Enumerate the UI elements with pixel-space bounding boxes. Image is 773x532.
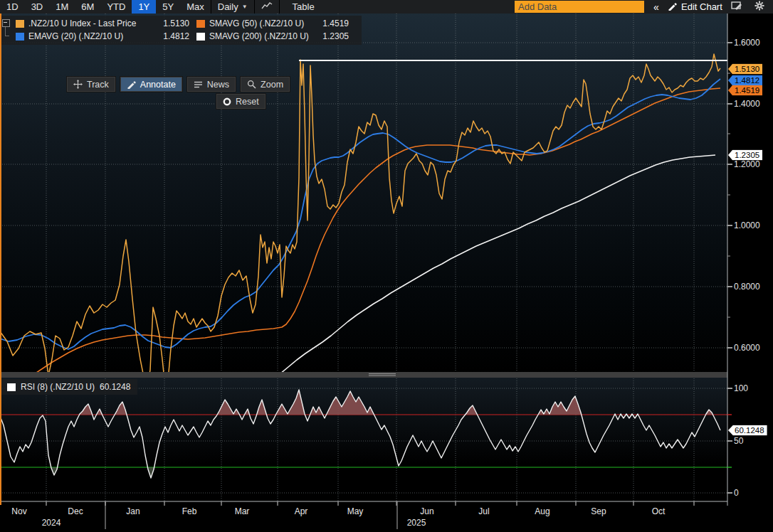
- series-value: 60.1248: [100, 382, 130, 392]
- series-swatch: [196, 20, 205, 28]
- annotate-icon: [127, 80, 136, 89]
- price-panel-legend: .NZ2/10 U Index - Last Price1.5130SMAVG …: [1, 16, 362, 45]
- edit-chart-button[interactable]: Edit Chart: [668, 0, 722, 14]
- range-button-3d[interactable]: 3D: [25, 0, 50, 14]
- gear-icon: [754, 1, 764, 14]
- year-axis-label: 2024: [42, 518, 61, 528]
- news-label: News: [207, 80, 229, 90]
- news-button[interactable]: News: [186, 76, 236, 92]
- table-button[interactable]: Table: [280, 0, 327, 14]
- legend-item[interactable]: .NZ2/10 U Index - Last Price1.5130: [16, 17, 196, 30]
- month-axis-label: May: [347, 506, 364, 516]
- month-axis-label: Feb: [182, 506, 197, 516]
- track-button[interactable]: Track: [66, 76, 116, 92]
- chart-settings-button[interactable]: [750, 0, 769, 14]
- month-axis-label: Sep: [591, 506, 606, 516]
- frequency-label: Daily: [218, 1, 238, 12]
- range-button-max[interactable]: Max: [180, 0, 211, 14]
- table-button-label: Table: [293, 1, 315, 12]
- range-button-ytd[interactable]: YTD: [100, 0, 132, 14]
- series-label: RSI (8) (.NZ2/10 U): [21, 382, 95, 392]
- price-panel-background: [0, 14, 727, 372]
- rsi-axis-label: 50: [734, 436, 743, 446]
- month-axis-label: Jan: [126, 506, 140, 516]
- price-axis-label: 1.6000: [734, 38, 760, 48]
- line-chart-icon: [261, 1, 273, 12]
- price-axis-label: 0.8000: [734, 282, 760, 292]
- month-axis-label: Nov: [11, 506, 26, 516]
- legend-item[interactable]: SMAVG (200) (.NZ2/10 U)1.2305: [196, 30, 356, 43]
- series-value: 1.2305: [322, 31, 356, 41]
- price-axis-label: 1.2000: [734, 159, 760, 169]
- month-axis-label: Jun: [420, 506, 433, 516]
- month-axis-label: Jul: [478, 506, 489, 516]
- series-label: .NZ2/10 U Index - Last Price: [28, 18, 136, 28]
- annotation-toolbar: TrackAnnotateNewsZoom: [66, 76, 290, 92]
- annotate-label: Annotate: [140, 80, 176, 90]
- series-swatch: [196, 33, 205, 41]
- series-label: SMAVG (200) (.NZ2/10 U): [209, 31, 309, 41]
- reset-button[interactable]: Reset: [216, 93, 266, 110]
- reset-icon: [223, 97, 231, 106]
- price-tag-badge: 1.2305: [728, 150, 762, 161]
- range-button-1y[interactable]: 1Y: [132, 0, 156, 14]
- range-button-6m[interactable]: 6M: [75, 0, 100, 14]
- range-button-1m[interactable]: 1M: [49, 0, 75, 14]
- month-axis-label: Oct: [652, 506, 666, 516]
- range-button-group: 1D3D1M6MYTD1Y5YMax: [0, 0, 211, 14]
- price-tag-badge: 1.4519: [728, 85, 762, 96]
- chart-edit-icon: [731, 1, 743, 14]
- series-value: 1.5130: [163, 18, 196, 28]
- zoom-icon: [247, 80, 256, 89]
- series-swatch: [16, 33, 24, 41]
- rsi-axis-label: 100: [734, 383, 748, 393]
- month-axis-label: Apr: [295, 506, 308, 516]
- legend-tree-line: [5, 36, 9, 36]
- edit-chart-label: Edit Chart: [681, 1, 722, 12]
- rsi-panel-legend: RSI (8) (.NZ2/10 U)60.1248: [1, 379, 137, 395]
- track-label: Track: [87, 80, 109, 90]
- series-swatch: [16, 20, 24, 28]
- price-axis-label: 1.0000: [734, 220, 760, 230]
- legend-item[interactable]: SMAVG (50) (.NZ2/10 U)1.4519: [196, 17, 356, 30]
- range-button-5y[interactable]: 5Y: [156, 0, 180, 14]
- month-axis-label: Dec: [68, 506, 83, 516]
- reset-label: Reset: [236, 97, 259, 107]
- price-tag-badge: 1.5130: [728, 64, 762, 75]
- news-icon: [194, 80, 203, 89]
- legend-collapse-toggle[interactable]: [2, 19, 10, 27]
- add-data-input[interactable]: [515, 1, 644, 13]
- bloomberg-chart-window: 1D3D1M6MYTD1Y5YMax Daily ▼ Table « Edit …: [0, 0, 773, 532]
- month-axis-label: Aug: [535, 506, 549, 516]
- collapse-panel-button[interactable]: «: [648, 0, 665, 14]
- track-icon: [73, 80, 83, 89]
- price-axis-label: 1.4000: [734, 99, 760, 109]
- price-tag-badge: 1.4812: [728, 75, 762, 86]
- double-chevron-left-icon: «: [653, 1, 659, 13]
- series-value: 1.4519: [322, 18, 356, 28]
- zoom-label: Zoom: [261, 80, 283, 90]
- series-label: SMAVG (50) (.NZ2/10 U): [209, 18, 304, 28]
- month-axis-label: Mar: [235, 506, 250, 516]
- panel-divider: [0, 372, 727, 378]
- chevron-down-icon: ▼: [242, 4, 248, 10]
- legend-item[interactable]: EMAVG (20) (.NZ2/10 U)1.4812: [16, 30, 196, 43]
- series-swatch: [7, 383, 16, 391]
- rsi-panel-background: [0, 378, 727, 501]
- chart-type-button[interactable]: [255, 0, 279, 14]
- chart-annotation-settings-button[interactable]: [727, 0, 746, 14]
- rsi-axis-label: 0: [734, 488, 739, 498]
- price-axis-label: 0.6000: [734, 343, 760, 353]
- reset-button-wrap: Reset: [216, 93, 266, 110]
- price-tag-badge: 60.1248: [728, 425, 767, 436]
- series-label: EMAVG (20) (.NZ2/10 U): [28, 31, 123, 41]
- panel-left-accent-rail: [0, 14, 1, 505]
- series-value: 1.4812: [163, 31, 196, 41]
- annotate-button[interactable]: Annotate: [120, 76, 183, 92]
- range-button-1d[interactable]: 1D: [0, 0, 25, 14]
- year-axis-label: 2025: [407, 518, 426, 528]
- pencil-icon: [668, 1, 677, 13]
- zoom-button[interactable]: Zoom: [240, 76, 290, 92]
- frequency-dropdown[interactable]: Daily ▼: [211, 0, 254, 14]
